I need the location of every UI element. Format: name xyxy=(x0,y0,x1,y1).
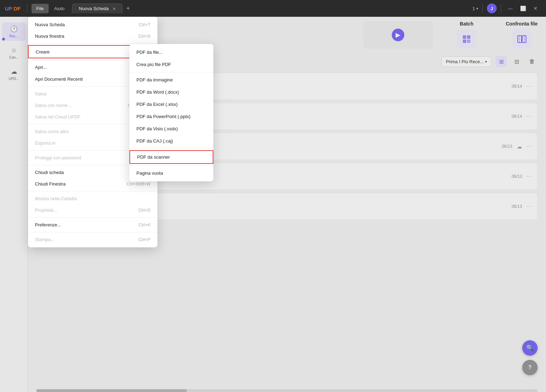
menu-label-chiudi-finestra: Chiudi Finestra xyxy=(35,181,65,187)
menu-label-preferenze: Preferenze... xyxy=(35,222,61,227)
submenu-sep-2 xyxy=(129,148,213,149)
menu-label-esporta: Esporta in xyxy=(35,140,56,146)
menu-aiuto[interactable]: Aiuto xyxy=(49,4,70,13)
submenu-item-pdf-visio[interactable]: PDF da Visio (.vsdx) xyxy=(129,123,213,135)
submenu-item-pdf-scanner[interactable]: PDF da scanner xyxy=(129,150,213,164)
menu-label-salva-altro: Salva come altro xyxy=(35,129,69,134)
separator-7 xyxy=(28,191,157,191)
create-submenu: PDF da file... Crea più file PDF PDF da … xyxy=(129,44,213,181)
menu-label-nuova-scheda: Nuova Scheda xyxy=(35,22,65,27)
menu-shortcut-proprieta: Ctrl+D xyxy=(139,208,150,213)
tab-close-icon[interactable]: ✕ xyxy=(113,7,116,11)
menu-item-mostra: Mostra nella Cartella xyxy=(28,193,157,204)
add-tab-button[interactable]: + xyxy=(123,3,133,13)
menu-label-salva: Salva xyxy=(35,91,47,96)
menu-label-apri-recenti: Apri Documenti Recenti xyxy=(35,77,83,82)
menu-label-salva-nome: Salva con nome ... xyxy=(35,103,73,108)
menu-shortcut-chiudi-finestra: Ctrl+Shift+W xyxy=(127,182,150,187)
menu-item-proprieta: Proprietà... Ctrl+D xyxy=(28,204,157,216)
menu-item-nuova-scheda[interactable]: Nuova Scheda Ctrl+T xyxy=(28,19,157,30)
titlebar: UPDF File Aiuto Nuova Scheda ✕ + 1 ▾ J —… xyxy=(0,0,546,17)
submenu-item-pdf-caj[interactable]: PDF da CAJ (.caj) xyxy=(129,135,213,147)
menu-label-creare: Creare xyxy=(36,49,50,55)
menu-label-apri: Apri... xyxy=(35,65,47,70)
menu-shortcut-preferenze: Ctrl+K xyxy=(139,223,150,227)
tab-nuova-scheda[interactable]: Nuova Scheda ✕ xyxy=(72,3,122,13)
maximize-button[interactable]: ⬜ xyxy=(518,3,528,13)
submenu-sep-3 xyxy=(129,165,213,166)
menu-label-proprieta: Proprietà... xyxy=(35,208,57,213)
submenu-item-pdf-immagine[interactable]: PDF da immagine xyxy=(129,74,213,86)
chevron-down-icon: ▾ xyxy=(476,7,478,10)
menu-label-chiudi-scheda: Chiudi scheda xyxy=(35,170,64,175)
menu-shortcut-nuova-finestra: Ctrl+N xyxy=(139,34,150,39)
logo-df: DF xyxy=(14,6,21,12)
separator-8 xyxy=(28,217,157,218)
menu-shortcut-stampa: Ctrl+P xyxy=(139,237,150,242)
divider-right xyxy=(482,4,483,13)
submenu-item-pdf-powerpoint[interactable]: PDF da PowerPoint (.pptx) xyxy=(129,110,213,123)
menu-label-salva-cloud: Salva nel Cloud UPDF xyxy=(35,114,80,119)
menu-label-stampa: Stampa... xyxy=(35,237,55,242)
user-avatar[interactable]: J xyxy=(487,3,497,13)
titlebar-right: 1 ▾ J — ⬜ ✕ xyxy=(473,3,546,13)
close-button[interactable]: ✕ xyxy=(531,3,540,13)
menu-file[interactable]: File xyxy=(31,4,49,13)
titlebar-menu: File Aiuto xyxy=(31,4,70,13)
separator-1 xyxy=(28,43,157,44)
menu-item-preferenze[interactable]: Preferenze... Ctrl+K xyxy=(28,219,157,231)
menu-label-mostra: Mostra nella Cartella xyxy=(35,196,77,201)
divider-right2 xyxy=(501,4,501,13)
menu-shortcut-nuova-scheda: Ctrl+T xyxy=(139,22,150,27)
menu-label-nuova-finestra: Nuova finestra xyxy=(35,34,64,39)
logo-up: UP xyxy=(5,6,12,12)
menu-item-stampa: Stampa... Ctrl+P xyxy=(28,234,157,245)
titlebar-divider xyxy=(27,4,27,13)
menu-item-nuova-finestra[interactable]: Nuova finestra Ctrl+N xyxy=(28,30,157,42)
menu-label-proteggi: Proteggi con password xyxy=(35,155,81,160)
submenu-item-pdf-file[interactable]: PDF da file... xyxy=(129,46,213,58)
submenu-item-pagina-vuota[interactable]: Pagina vuota xyxy=(129,167,213,179)
submenu-item-piu-file[interactable]: Crea più file PDF xyxy=(129,58,213,71)
submenu-item-pdf-excel[interactable]: PDF da Excel (.xlsx) xyxy=(129,98,213,110)
separator-9 xyxy=(28,232,157,232)
submenu-sep-1 xyxy=(129,72,213,72)
minimize-button[interactable]: — xyxy=(505,3,515,13)
page-number[interactable]: 1 ▾ xyxy=(473,6,478,11)
app-logo: UPDF xyxy=(0,6,26,12)
titlebar-tabs: Nuova Scheda ✕ + xyxy=(72,3,133,13)
submenu-item-pdf-word[interactable]: PDF da Word (.docx) xyxy=(129,86,213,98)
